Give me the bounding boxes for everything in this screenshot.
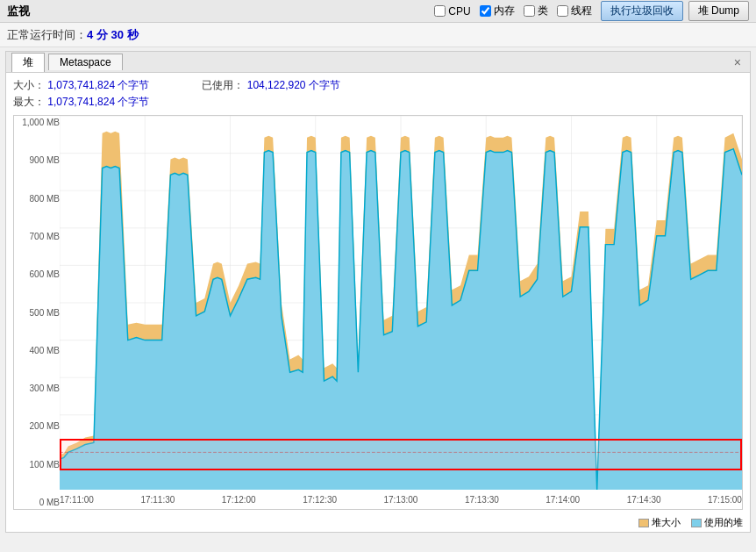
used-value: 104,122,920 个字节 bbox=[247, 79, 340, 91]
x-label-8: 17:15:00 bbox=[708, 495, 742, 505]
y-label-900: 900 MB bbox=[18, 155, 60, 165]
thread-checkbox[interactable] bbox=[557, 5, 568, 17]
max-label: 最大： bbox=[13, 96, 45, 108]
x-label-5: 17:13:30 bbox=[465, 495, 499, 505]
thread-label: 线程 bbox=[571, 4, 592, 18]
y-label-700: 700 MB bbox=[18, 232, 60, 241]
y-label-100: 100 MB bbox=[18, 460, 60, 470]
chart-inner bbox=[60, 116, 742, 490]
x-label-6: 17:14:00 bbox=[546, 495, 580, 505]
y-label-0: 0 MB bbox=[18, 498, 60, 507]
uptime-label: 正常运行时间： bbox=[7, 27, 87, 43]
legend-used-heap: 使用的堆 bbox=[691, 516, 743, 529]
cpu-label: CPU bbox=[448, 5, 470, 18]
y-axis: 0 MB 100 MB 200 MB 300 MB 400 MB 500 MB … bbox=[14, 116, 60, 509]
used-label: 已使用： bbox=[202, 79, 244, 91]
y-label-200: 200 MB bbox=[18, 421, 60, 431]
header-buttons: 执行垃圾回收 堆 Dump bbox=[601, 1, 749, 21]
size-label: 大小： bbox=[13, 79, 45, 91]
y-label-1000: 1,000 MB bbox=[18, 118, 60, 127]
used-heap-legend-label: 使用的堆 bbox=[704, 516, 743, 529]
size-value: 1,073,741,824 个字节 bbox=[47, 79, 149, 91]
x-label-7: 17:14:30 bbox=[627, 495, 661, 505]
y-label-400: 400 MB bbox=[18, 346, 60, 355]
x-axis: 17:11:00 17:11:30 17:12:00 17:12:30 17:1… bbox=[60, 490, 742, 509]
cpu-checkbox-item[interactable]: CPU bbox=[434, 5, 470, 18]
size-row: 大小： 1,073,741,824 个字节 bbox=[13, 78, 149, 93]
y-label-800: 800 MB bbox=[18, 194, 60, 204]
memory-checkbox[interactable] bbox=[480, 5, 491, 17]
uptime-value: 4 分 30 秒 bbox=[87, 27, 139, 43]
cpu-checkbox[interactable] bbox=[434, 5, 446, 17]
used-heap-legend-box bbox=[691, 519, 702, 527]
used-info: 已使用： 104,122,920 个字节 bbox=[202, 78, 339, 110]
class-label: 类 bbox=[538, 4, 548, 18]
panel-info: 大小： 1,073,741,824 个字节 最大： 1,073,741,824 … bbox=[6, 73, 750, 115]
uptime-bar: 正常运行时间： 4 分 30 秒 bbox=[0, 23, 756, 47]
x-label-0: 17:11:00 bbox=[60, 495, 94, 505]
y-label-500: 500 MB bbox=[18, 308, 60, 318]
main-panel: 堆 Metaspace × 大小： 1,073,741,824 个字节 最大： … bbox=[5, 51, 751, 533]
gc-button[interactable]: 执行垃圾回收 bbox=[601, 1, 683, 21]
size-info: 大小： 1,073,741,824 个字节 最大： 1,073,741,824 … bbox=[13, 78, 149, 110]
class-checkbox[interactable] bbox=[524, 5, 535, 17]
legend-bar: 堆大小 使用的堆 bbox=[6, 513, 750, 532]
chart-svg bbox=[60, 116, 742, 490]
x-label-4: 17:13:00 bbox=[384, 495, 418, 505]
x-label-1: 17:11:30 bbox=[140, 495, 175, 505]
x-label-2: 17:12:00 bbox=[222, 495, 256, 505]
svg-marker-21 bbox=[60, 149, 742, 490]
header-right: CPU 内存 类 线程 执行垃圾回收 堆 Dump bbox=[434, 1, 749, 21]
chart-area: 0 MB 100 MB 200 MB 300 MB 400 MB 500 MB … bbox=[13, 115, 743, 510]
heap-size-legend-label: 堆大小 bbox=[652, 516, 681, 529]
panel-header: 堆 Metaspace × bbox=[6, 52, 750, 73]
memory-checkbox-item[interactable]: 内存 bbox=[480, 4, 515, 18]
heap-size-legend-box bbox=[638, 519, 649, 527]
header-bar: 监视 CPU 内存 类 线程 执行垃圾回收 堆 Dump bbox=[0, 0, 756, 23]
x-label-3: 17:12:30 bbox=[303, 495, 337, 505]
max-row: 最大： 1,073,741,824 个字节 bbox=[13, 95, 149, 110]
max-value: 1,073,741,824 个字节 bbox=[47, 96, 149, 108]
class-checkbox-item[interactable]: 类 bbox=[524, 4, 548, 18]
used-row: 已使用： 104,122,920 个字节 bbox=[202, 78, 339, 93]
heap-tab[interactable]: 堆 bbox=[11, 53, 45, 72]
chart-container: 0 MB 100 MB 200 MB 300 MB 400 MB 500 MB … bbox=[13, 115, 743, 510]
thread-checkbox-item[interactable]: 线程 bbox=[557, 4, 592, 18]
heap-dump-button[interactable]: 堆 Dump bbox=[688, 1, 749, 21]
page-title: 监视 bbox=[7, 4, 30, 19]
header-checkboxes: CPU 内存 类 线程 bbox=[434, 4, 591, 18]
y-label-300: 300 MB bbox=[18, 384, 60, 393]
close-button[interactable]: × bbox=[731, 55, 745, 69]
y-label-600: 600 MB bbox=[18, 269, 60, 279]
memory-label: 内存 bbox=[494, 4, 515, 18]
legend-heap-size: 堆大小 bbox=[638, 516, 681, 529]
metaspace-tab[interactable]: Metaspace bbox=[48, 54, 123, 70]
